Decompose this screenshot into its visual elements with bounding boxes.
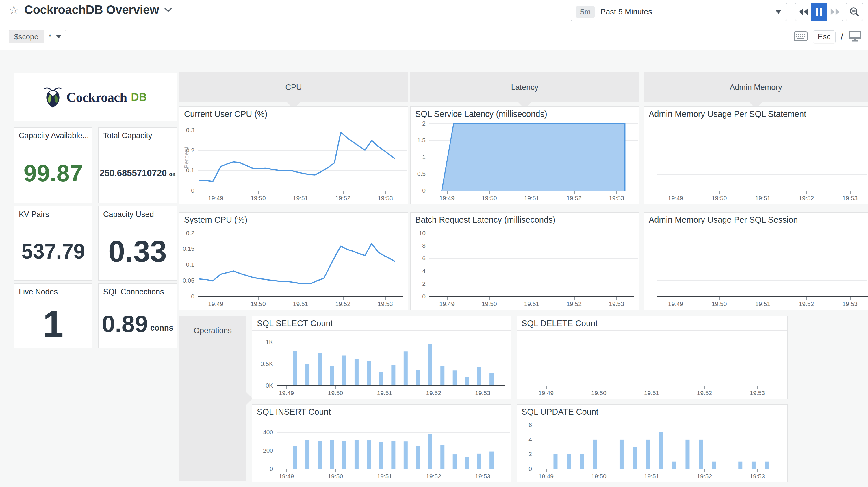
section-header-latency: Latency xyxy=(410,72,639,103)
x-axis-tick-label: 19:52 xyxy=(691,473,717,480)
gridline xyxy=(429,174,638,174)
x-axis-tick-label: 19:52 xyxy=(330,195,356,202)
gridline xyxy=(198,170,407,171)
chart-plot-sql-service-latency[interactable]: 00.511.5219:4919:5019:5119:5219:53 xyxy=(411,121,639,204)
gridline xyxy=(198,150,407,151)
x-axis-tick-label: 19:51 xyxy=(639,390,664,397)
slash-separator: / xyxy=(841,32,843,41)
x-axis-tick-label: 19:49 xyxy=(533,473,559,480)
template-variable-scope[interactable]: $scope * xyxy=(9,30,66,44)
fast-forward-button[interactable] xyxy=(827,3,843,21)
title-chevron-down-icon[interactable] xyxy=(164,7,172,12)
chart-series xyxy=(180,121,408,204)
rewind-button[interactable] xyxy=(795,3,811,21)
x-axis-tick xyxy=(434,469,434,472)
gridline xyxy=(535,454,786,454)
scope-caret-icon xyxy=(56,35,61,38)
x-axis-tick xyxy=(850,191,851,194)
x-axis-tick-label: 19:50 xyxy=(706,300,732,308)
stat-unit: conns xyxy=(150,324,174,333)
zoom-out-button[interactable] xyxy=(846,3,863,21)
x-axis-tick-label: 19:49 xyxy=(273,473,299,480)
y-axis-tick-label: 2 xyxy=(411,120,426,127)
stat-tile-sql-connections[interactable]: SQL Connections 0.89conns xyxy=(98,283,177,348)
chart-plot-sql-update[interactable]: 024619:4919:5019:5119:5219:53 xyxy=(517,419,787,482)
x-axis-tick xyxy=(652,469,652,472)
x-axis-tick-label: 19:51 xyxy=(750,300,776,308)
y-axis-tick-label: 400 xyxy=(252,429,273,436)
y-axis-tick-label: 0.5K xyxy=(252,360,273,368)
gridline xyxy=(657,158,867,159)
x-axis-tick-label: 19:49 xyxy=(203,195,229,202)
stat-tile-kv-pairs[interactable]: KV Pairs 537.79 xyxy=(14,206,92,281)
x-axis-tick-label: 19:52 xyxy=(794,195,819,202)
chart-plot-admin-mem-session[interactable]: 19:4919:5019:5119:5219:53 xyxy=(644,227,868,310)
x-axis-tick xyxy=(532,297,532,299)
stat-title: Total Capacity xyxy=(98,127,177,144)
x-axis-line xyxy=(277,469,505,469)
x-axis-tick xyxy=(806,297,807,299)
chart-card-admin-mem-statement: Admin Memory Usage Per SQL Statement19:4… xyxy=(644,107,868,204)
x-axis-tick-label: 19:50 xyxy=(245,195,271,202)
x-axis-tick xyxy=(286,469,287,472)
stat-value: 537.79 xyxy=(21,241,85,262)
x-axis-tick xyxy=(757,469,758,472)
chart-plot-batch-request-latency[interactable]: 024681019:4919:5019:5119:5219:53 xyxy=(411,227,639,310)
x-axis-tick xyxy=(574,297,575,299)
dashboard-page: ☆ CockroachDB Overview 5m Past 5 Minutes xyxy=(0,0,868,487)
x-axis-tick-label: 19:53 xyxy=(372,195,398,202)
x-axis-tick xyxy=(489,191,490,194)
stat-unit: GB xyxy=(169,172,176,177)
title-row: ☆ CockroachDB Overview xyxy=(9,3,172,17)
gridline xyxy=(657,280,867,281)
y-axis-tick-label: 0.5 xyxy=(411,170,426,177)
x-axis-tick-label: 19:53 xyxy=(837,300,863,308)
x-axis-tick xyxy=(384,469,385,472)
esc-key-button[interactable]: Esc xyxy=(813,30,836,44)
chart-card-sql-insert: SQL INSERT Count020040019:4919:5019:5119… xyxy=(252,404,512,482)
chart-plot-sql-insert[interactable]: 020040019:4919:5019:5119:5219:53 xyxy=(252,419,511,482)
chart-card-sql-delete: SQL DELETE Count19:4919:5019:5119:5219:5… xyxy=(517,316,788,399)
chart-card-batch-request-latency: Batch Request Latency (milliseconds)0246… xyxy=(410,212,639,310)
gridline xyxy=(198,130,407,131)
time-range-picker[interactable]: 5m Past 5 Minutes xyxy=(571,3,787,21)
y-axis-tick-label: 0.05 xyxy=(180,277,194,284)
x-axis-tick-label: 19:50 xyxy=(586,473,612,480)
stat-tile-live-nodes[interactable]: Live Nodes 1 xyxy=(14,283,92,348)
chart-card-user-cpu: Current User CPU (%)00.10.20.319:4919:50… xyxy=(179,107,408,204)
stat-tile-capacity-available[interactable]: Capacity Available... 99.87 xyxy=(14,127,92,203)
x-axis-tick xyxy=(757,386,758,389)
stat-tile-total-capacity[interactable]: Total Capacity 250.6855710720GB xyxy=(98,127,177,203)
scope-value: * xyxy=(49,32,52,41)
x-axis-tick-label: 19:52 xyxy=(421,473,447,480)
chart-series xyxy=(411,121,639,204)
time-range-badge: 5m xyxy=(576,6,595,18)
gridline xyxy=(657,264,867,264)
chart-plot-user-cpu[interactable]: 00.10.20.319:4919:5019:5119:5219:53Perce… xyxy=(180,121,408,204)
favorite-star-icon[interactable]: ☆ xyxy=(9,4,19,16)
chart-plot-admin-mem-statement[interactable]: 19:4919:5019:5119:5219:53 xyxy=(644,121,868,204)
chart-plot-sql-select[interactable]: 0K0.5K1K19:4919:5019:5119:5219:53 xyxy=(252,331,511,399)
chart-plot-system-cpu[interactable]: 00.050.10.150.219:4919:5019:5119:5219:53 xyxy=(180,227,408,310)
x-axis-tick-label: 19:53 xyxy=(744,473,770,480)
y-axis-tick-label: 4 xyxy=(517,436,532,443)
x-axis-tick xyxy=(763,191,764,194)
chart-title: SQL SELECT Count xyxy=(252,316,511,331)
x-axis-tick xyxy=(763,297,764,299)
keyboard-icon[interactable] xyxy=(794,31,808,42)
gridline xyxy=(535,439,786,440)
chart-card-system-cpu: System CPU (%)00.050.10.150.219:4919:501… xyxy=(179,212,408,310)
x-axis-tick xyxy=(447,191,447,194)
fullscreen-monitor-icon[interactable] xyxy=(848,31,862,43)
x-axis-tick xyxy=(286,386,287,389)
section-header-cpu: CPU xyxy=(179,72,408,103)
pause-button[interactable] xyxy=(811,3,827,21)
x-axis-tick-label: 19:49 xyxy=(434,300,460,308)
stat-tile-capacity-used[interactable]: Capacity Used 0.33 xyxy=(98,206,177,281)
stat-title: Capacity Available... xyxy=(14,127,92,144)
x-axis-tick-label: 19:51 xyxy=(287,195,313,202)
x-axis-tick xyxy=(385,297,386,299)
x-axis-line xyxy=(535,469,781,469)
x-axis-tick-label: 19:51 xyxy=(519,195,545,202)
chart-plot-sql-delete[interactable]: 19:4919:5019:5119:5219:53 xyxy=(517,331,787,399)
